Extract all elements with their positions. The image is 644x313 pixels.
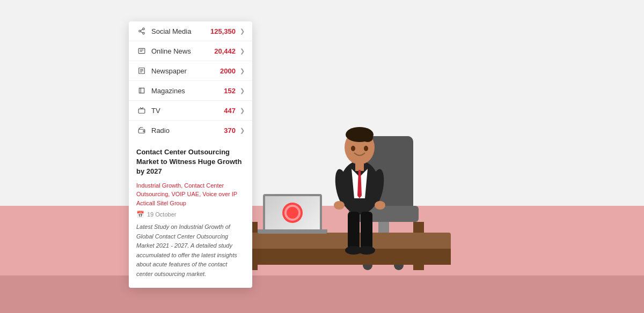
svg-point-14 xyxy=(358,246,375,255)
magazines-chevron: ❯ xyxy=(240,87,245,94)
online-news-icon xyxy=(136,47,147,55)
online-news-count: 20,442 xyxy=(214,47,236,55)
menu-item-radio[interactable]: Radio 370 ❯ xyxy=(129,121,252,140)
newspaper-icon xyxy=(136,66,147,75)
online-news-label: Online News xyxy=(151,47,214,55)
laptop-screen xyxy=(263,194,322,232)
svg-line-21 xyxy=(141,29,143,31)
tv-chevron: ❯ xyxy=(240,107,245,114)
laptop-target-graphic xyxy=(284,205,301,221)
menu-item-tv[interactable]: TV 447 ❯ xyxy=(129,101,252,121)
article-tags: Industrial Growth, Contact Center Outsou… xyxy=(136,181,245,208)
svg-rect-12 xyxy=(361,212,372,249)
tv-label: TV xyxy=(151,107,224,115)
article-title: Contact Center Outsourcing Market to Wit… xyxy=(136,147,245,177)
social-media-count: 125,350 xyxy=(210,27,236,35)
article-date: 📅 19 October xyxy=(136,211,245,218)
info-card: Social Media 125,350 ❯ Online News 20,44… xyxy=(129,21,252,288)
svg-point-3 xyxy=(362,133,373,142)
radio-label: Radio xyxy=(151,126,224,135)
svg-rect-4 xyxy=(355,162,364,171)
newspaper-chevron: ❯ xyxy=(240,68,245,74)
svg-point-19 xyxy=(143,32,145,34)
newspaper-label: Newspaper xyxy=(151,67,220,75)
social-media-label: Social Media xyxy=(151,27,210,35)
svg-point-9 xyxy=(334,201,345,210)
share-icon xyxy=(136,27,147,35)
svg-point-10 xyxy=(375,201,385,210)
menu-item-magazines[interactable]: Magazines 152 ❯ xyxy=(129,81,252,101)
menu-item-newspaper[interactable]: Newspaper 2000 ❯ xyxy=(129,61,252,81)
svg-point-17 xyxy=(143,28,145,30)
calendar-icon: 📅 xyxy=(136,211,144,218)
radio-count: 370 xyxy=(224,126,236,135)
tv-icon xyxy=(136,106,147,115)
svg-rect-30 xyxy=(138,129,145,133)
radio-icon xyxy=(136,126,147,135)
radio-chevron: ❯ xyxy=(240,127,245,134)
svg-rect-29 xyxy=(138,109,145,113)
article-date-text: 19 October xyxy=(147,211,176,218)
svg-rect-11 xyxy=(348,212,360,249)
floor-shadow xyxy=(0,275,644,313)
laptop-screen-inner xyxy=(265,196,320,229)
newspaper-count: 2000 xyxy=(220,67,236,75)
menu-item-online-news[interactable]: Online News 20,442 ❯ xyxy=(129,41,252,61)
social-media-chevron: ❯ xyxy=(240,28,245,35)
svg-point-15 xyxy=(351,146,355,151)
article-section: Contact Center Outsourcing Market to Wit… xyxy=(129,140,252,288)
magazine-icon xyxy=(136,86,147,95)
svg-line-20 xyxy=(141,32,143,33)
online-news-chevron: ❯ xyxy=(240,48,245,55)
person-illustration xyxy=(317,105,402,262)
article-body: Latest Study on Industrial Growth of Glo… xyxy=(136,222,245,279)
menu-item-social-media[interactable]: Social Media 125,350 ❯ xyxy=(129,21,252,41)
magazines-label: Magazines xyxy=(151,87,224,95)
svg-point-16 xyxy=(364,146,368,151)
tv-count: 447 xyxy=(224,107,236,115)
svg-point-18 xyxy=(139,30,141,32)
magazines-count: 152 xyxy=(224,87,236,95)
